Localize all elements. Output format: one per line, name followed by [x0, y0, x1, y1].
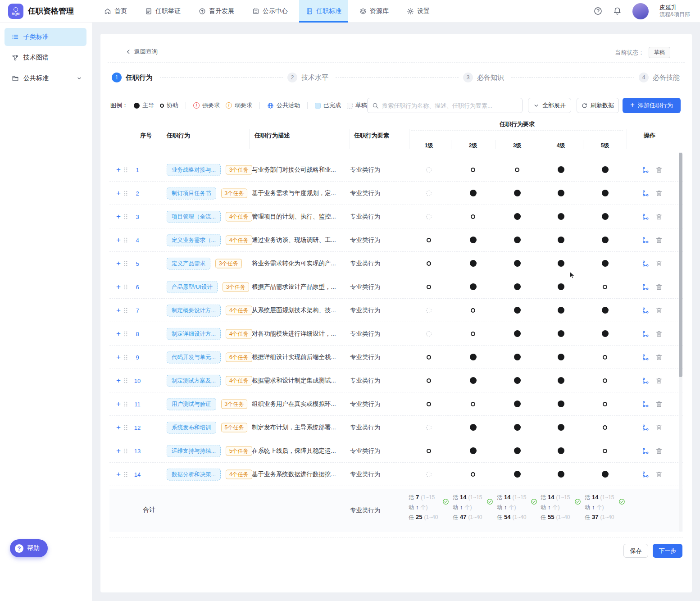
level-4-indicator[interactable] [557, 213, 564, 220]
topnav-item-2[interactable]: 任职举证 [138, 0, 187, 23]
level-4-indicator[interactable] [557, 401, 564, 408]
expand-row-button[interactable]: + [115, 400, 122, 409]
expand-row-button[interactable]: + [115, 282, 122, 291]
level-3-indicator[interactable] [514, 307, 521, 314]
level-3-indicator[interactable] [514, 330, 521, 337]
drag-handle-icon[interactable] [123, 260, 128, 267]
flow-icon[interactable] [642, 471, 649, 478]
level-1-indicator[interactable] [425, 260, 432, 267]
expand-row-button[interactable]: + [115, 329, 122, 338]
behavior-name-tag[interactable]: 制订项目任务书 [167, 187, 216, 199]
behavior-name-tag[interactable]: 系统发布和培训 [167, 421, 216, 433]
expand-row-button[interactable]: + [115, 306, 122, 315]
trash-icon[interactable] [655, 307, 663, 314]
user-avatar[interactable] [632, 3, 649, 19]
flow-icon[interactable] [642, 190, 649, 197]
level-5-indicator[interactable] [601, 330, 609, 337]
step-4[interactable]: 4必备技能 [639, 73, 680, 82]
level-4-indicator[interactable] [557, 260, 564, 267]
drag-handle-icon[interactable] [123, 401, 128, 407]
trash-icon[interactable] [655, 377, 663, 384]
level-1-indicator[interactable] [425, 190, 432, 197]
step-1[interactable]: 1任职行为 [112, 73, 153, 82]
level-3-indicator[interactable] [514, 424, 521, 431]
topnav-item-5[interactable]: 任职标准 [299, 0, 348, 23]
flow-icon[interactable] [642, 377, 649, 384]
flow-icon[interactable] [642, 213, 649, 220]
level-2-indicator[interactable] [469, 166, 477, 173]
drag-handle-icon[interactable] [123, 377, 128, 384]
level-4-indicator[interactable] [557, 283, 564, 291]
level-2-indicator[interactable] [469, 471, 477, 478]
sidebar-item-2[interactable]: 技术图谱 [5, 49, 86, 67]
behavior-name-tag[interactable]: 制定测试方案及... [167, 374, 221, 387]
behavior-name-tag[interactable]: 数据分析和决策... [167, 468, 221, 480]
level-3-indicator[interactable] [514, 471, 521, 478]
level-5-indicator[interactable] [601, 237, 609, 244]
level-2-indicator[interactable] [469, 237, 477, 244]
level-5-indicator[interactable] [601, 424, 609, 431]
trash-icon[interactable] [655, 424, 663, 431]
behavior-name-tag[interactable]: 运维支持与持续... [167, 445, 221, 457]
level-3-indicator[interactable] [514, 213, 521, 220]
expand-row-button[interactable]: + [115, 353, 122, 362]
step-3[interactable]: 3必备知识 [463, 73, 504, 82]
expand-row-button[interactable]: + [115, 189, 122, 198]
behavior-name-tag[interactable]: 定义产品需求 [167, 257, 210, 269]
trash-icon[interactable] [655, 166, 663, 173]
search-input[interactable] [382, 102, 518, 109]
trash-icon[interactable] [655, 354, 663, 361]
flow-icon[interactable] [642, 283, 649, 291]
back-to-query-button[interactable]: 返回查询 [126, 48, 158, 56]
level-5-indicator[interactable] [601, 283, 609, 291]
level-3-indicator[interactable] [514, 354, 521, 361]
expand-row-button[interactable]: + [115, 423, 122, 432]
flow-icon[interactable] [642, 401, 649, 408]
level-1-indicator[interactable] [425, 307, 432, 314]
scrollbar-track[interactable] [679, 152, 682, 532]
level-1-indicator[interactable] [425, 424, 432, 431]
level-1-indicator[interactable] [425, 166, 432, 173]
level-1-indicator[interactable] [425, 213, 432, 220]
expand-row-button[interactable]: + [115, 446, 122, 455]
level-2-indicator[interactable] [469, 424, 477, 431]
level-4-indicator[interactable] [557, 307, 564, 314]
level-5-indicator[interactable] [601, 260, 609, 267]
drag-handle-icon[interactable] [123, 166, 128, 173]
level-5-indicator[interactable] [601, 401, 609, 408]
drag-handle-icon[interactable] [123, 447, 128, 454]
level-5-indicator[interactable] [601, 447, 609, 455]
drag-handle-icon[interactable] [123, 190, 128, 196]
topnav-item-1[interactable]: 首页 [97, 0, 134, 23]
level-3-indicator[interactable] [514, 237, 521, 244]
level-1-indicator[interactable] [425, 330, 432, 337]
level-1-indicator[interactable] [425, 237, 432, 244]
flow-icon[interactable] [642, 447, 649, 455]
drag-handle-icon[interactable] [123, 471, 128, 478]
level-3-indicator[interactable] [514, 447, 521, 455]
behavior-name-tag[interactable]: 定义业务需求（... [167, 234, 221, 246]
level-5-indicator[interactable] [601, 377, 609, 384]
flow-icon[interactable] [642, 237, 649, 244]
drag-handle-icon[interactable] [123, 354, 128, 360]
level-2-indicator[interactable] [469, 377, 477, 384]
level-1-indicator[interactable] [425, 447, 432, 455]
flow-icon[interactable] [642, 166, 649, 173]
level-1-indicator[interactable] [425, 354, 432, 361]
drag-handle-icon[interactable] [123, 424, 128, 431]
level-4-indicator[interactable] [557, 471, 564, 478]
trash-icon[interactable] [655, 260, 663, 267]
trash-icon[interactable] [655, 447, 663, 455]
drag-handle-icon[interactable] [123, 307, 128, 314]
trash-icon[interactable] [655, 213, 663, 220]
level-4-indicator[interactable] [557, 190, 564, 197]
drag-handle-icon[interactable] [123, 283, 128, 290]
trash-icon[interactable] [655, 283, 663, 291]
next-step-button[interactable]: 下一步 [653, 544, 682, 558]
trash-icon[interactable] [655, 237, 663, 244]
topnav-item-3[interactable]: 晋升发展 [192, 0, 241, 23]
behavior-name-tag[interactable]: 业务战略对接与... [167, 164, 221, 176]
add-behavior-button[interactable]: + 添加任职行为 [623, 98, 681, 113]
scrollbar-thumb[interactable] [679, 153, 682, 377]
flow-icon[interactable] [642, 307, 649, 314]
